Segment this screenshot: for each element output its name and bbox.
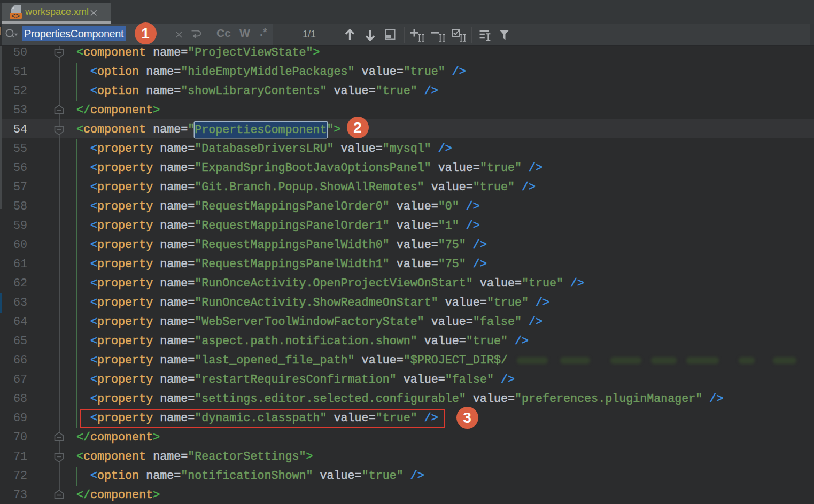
svg-text:<>: <> <box>12 13 19 20</box>
